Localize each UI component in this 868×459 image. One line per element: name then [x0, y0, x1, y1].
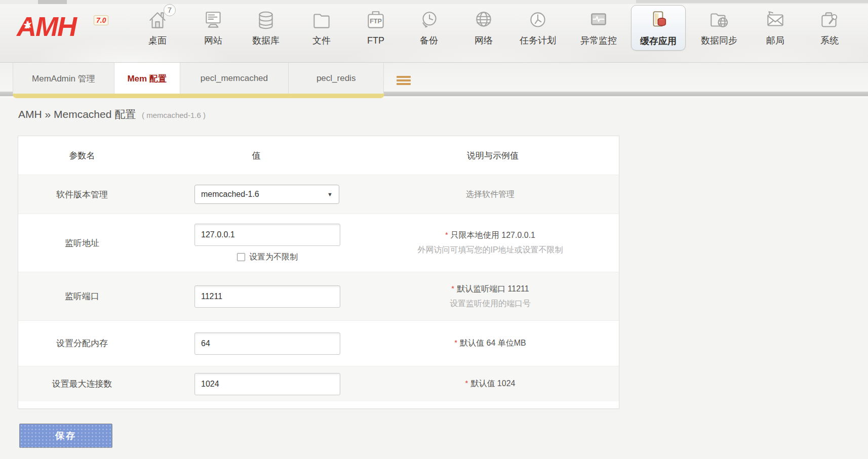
table-header-row: 参数名 值 说明与示例值 [18, 136, 619, 175]
max-connections-input[interactable] [194, 373, 340, 395]
network-globe-icon [453, 7, 514, 33]
chevron-down-icon: ▼ [327, 191, 333, 197]
desc-secondary: 外网访问可填写您的IP地址或设置不限制 [367, 245, 614, 256]
nav-item-system[interactable]: 系统 [799, 7, 860, 46]
svg-text:FTP: FTP [370, 18, 382, 25]
required-asterisk: * [454, 338, 457, 347]
tab-mem-config[interactable]: Mem 配置 [114, 63, 180, 94]
nav-item-desktop[interactable]: 7 桌面 [127, 7, 188, 46]
nav-item-files[interactable]: 文件 [291, 7, 352, 46]
database-icon [235, 7, 296, 33]
amh-panel-screen: AMH ★ 7.0 7 桌面 网站 [0, 0, 868, 459]
nav-item-data-sync[interactable]: 数据同步 [689, 7, 749, 46]
breadcrumb-title: AMH » Memcached 配置 [18, 108, 136, 120]
row-software-version: 软件版本管理 memcached-1.6 ▼ 选择软件管理 [18, 175, 619, 214]
param-label: 软件版本管理 [18, 189, 146, 200]
desc-text: 默认值 64 单位MB [460, 339, 526, 347]
header-param: 参数名 [18, 150, 146, 161]
nav-label: 备份 [399, 35, 459, 46]
breadcrumb-version: ( memcached-1.6 ) [142, 111, 206, 119]
param-label: 监听地址 [18, 237, 146, 249]
memcached-config-table: 参数名 值 说明与示例值 软件版本管理 memcached-1.6 ▼ 选择软件… [18, 136, 619, 409]
files-folder-icon [291, 7, 352, 33]
mail-icon [745, 7, 806, 33]
top-edge-strip [0, 0, 868, 4]
breadcrumb: AMH » Memcached 配置 ( memcached-1.6 ) [18, 107, 206, 121]
website-icon [183, 7, 244, 33]
nav-item-cache-app[interactable]: 缓存应用 [631, 5, 686, 51]
nav-label: 网站 [183, 35, 244, 46]
row-listen-address: 监听地址 设置为不限制 *只限本地使用 127.0.0.1 外网访问可填写您的I… [18, 214, 619, 272]
row-listen-port: 监听端口 *默认监听端口 11211 设置监听使用的端口号 [18, 272, 619, 320]
tab-memadmin[interactable]: MemAdmin 管理 [13, 63, 114, 94]
nav-label: 系统 [799, 35, 860, 46]
nav-label: 任务计划 [507, 35, 568, 46]
software-version-select[interactable]: memcached-1.6 ▼ [194, 185, 339, 204]
param-label: 监听端口 [18, 290, 146, 302]
task-schedule-clock-icon [507, 7, 568, 33]
backup-clock-icon [399, 7, 459, 33]
desktop-house-icon [127, 7, 188, 33]
tab-bar: MemAdmin 管理 Mem 配置 pecl_memcached pecl_r… [0, 63, 868, 98]
desc-text: 选择软件管理 [466, 190, 515, 198]
nav-label: 数据同步 [689, 35, 749, 46]
data-sync-icon [689, 7, 749, 33]
required-asterisk: * [445, 230, 448, 239]
required-asterisk: * [465, 379, 468, 387]
nav-item-website[interactable]: 网站 [183, 7, 244, 46]
nav-label: 数据库 [235, 35, 296, 46]
cache-app-icon [632, 8, 685, 34]
desc-text: 默认值 1024 [470, 379, 515, 388]
tab-pecl-memcached[interactable]: pecl_memcached [180, 63, 289, 94]
amh-logo[interactable]: AMH ★ 7.0 [17, 11, 113, 45]
nav-item-mail[interactable]: 邮局 [745, 7, 806, 46]
listen-port-input[interactable] [194, 285, 340, 308]
tab-pecl-redis[interactable]: pecl_redis [289, 63, 384, 94]
nav-item-database[interactable]: 数据库 [235, 7, 296, 46]
system-toolbox-icon [799, 7, 860, 33]
memory-input[interactable] [194, 332, 340, 355]
unrestricted-checkbox[interactable] [237, 253, 245, 261]
nav-label: 文件 [291, 35, 352, 46]
nav-item-network[interactable]: 网络 [453, 7, 514, 46]
hamburger-icon[interactable] [397, 76, 411, 86]
desc-secondary: 设置监听使用的端口号 [367, 299, 614, 309]
nav-item-ftp[interactable]: FTP FTP [345, 7, 406, 46]
nav-item-task-schedule[interactable]: 任务计划 [507, 7, 568, 46]
nav-label: 缓存应用 [632, 36, 685, 46]
nav-label: 异常监控 [568, 35, 629, 46]
nav-label: 邮局 [745, 35, 806, 46]
param-label: 设置分配内存 [18, 338, 146, 349]
header-desc: 说明与示例值 [367, 150, 619, 161]
nav-label: 网络 [453, 35, 514, 46]
param-label: 设置最大连接数 [18, 378, 146, 390]
desc-text: 默认监听端口 11211 [457, 284, 529, 293]
row-memory-allocation: 设置分配内存 *默认值 64 单位MB [18, 320, 619, 366]
version-badge: 7.0 [94, 15, 108, 25]
unrestricted-checkbox-label: 设置为不限制 [249, 252, 298, 263]
required-asterisk: * [451, 284, 454, 293]
desc-text: 只限本地使用 127.0.0.1 [451, 231, 535, 239]
tab-underline [13, 94, 384, 98]
row-max-connections: 设置最大连接数 *默认值 1024 [18, 366, 619, 401]
exception-monitor-icon [568, 7, 629, 33]
tab-strip: MemAdmin 管理 Mem 配置 pecl_memcached pecl_r… [13, 63, 384, 94]
save-button[interactable]: 保存 [19, 424, 112, 448]
nav-item-exception-monitor[interactable]: 异常监控 [568, 7, 629, 46]
nav-item-backup[interactable]: 备份 [399, 7, 459, 46]
header-value: 值 [146, 150, 367, 161]
listen-address-input[interactable] [194, 224, 340, 246]
ftp-icon: FTP [345, 7, 406, 33]
nav-label: FTP [345, 35, 406, 46]
select-value: memcached-1.6 [201, 190, 259, 199]
top-navbar: AMH ★ 7.0 7 桌面 网站 [0, 0, 868, 63]
nav-label: 桌面 [127, 35, 188, 46]
desktop-count-badge: 7 [164, 4, 176, 16]
